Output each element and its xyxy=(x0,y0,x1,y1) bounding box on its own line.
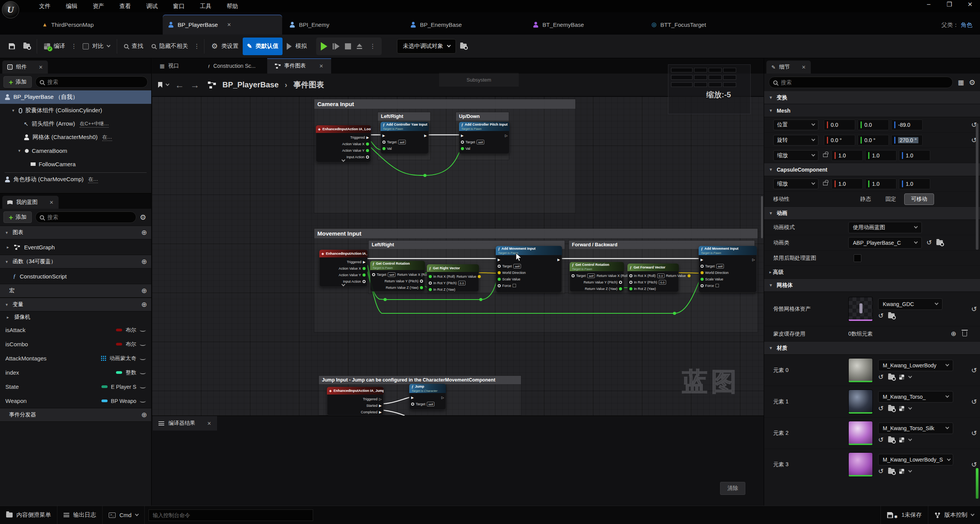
diff-button[interactable]: 对比 xyxy=(78,38,114,55)
lock-icon[interactable] xyxy=(823,154,828,157)
trash-icon[interactable] xyxy=(962,331,967,336)
variable-state[interactable]: State E Player S xyxy=(0,380,151,394)
close-button[interactable]: ✕ xyxy=(966,1,974,8)
close-tab-icon[interactable]: ✕ xyxy=(227,22,231,28)
use-selected-icon[interactable]: ↺ xyxy=(878,312,884,320)
target-pin[interactable] xyxy=(572,274,575,277)
material-thumbnail[interactable] xyxy=(848,421,873,445)
scale-y-field[interactable]: 1.0 xyxy=(865,150,897,161)
browse-icon[interactable] xyxy=(888,469,895,474)
blueprint-settings-gear-icon[interactable]: ⚙ xyxy=(140,214,146,221)
cmd-dropdown[interactable]: >_ Cmd xyxy=(103,506,145,524)
exec-pin[interactable] xyxy=(363,260,366,264)
exec-pin[interactable] xyxy=(366,136,369,139)
use-selected-icon[interactable]: ↺ xyxy=(878,404,884,413)
collapse-icon[interactable] xyxy=(342,283,345,287)
val-pin[interactable] xyxy=(461,147,464,150)
eject-icon[interactable] xyxy=(356,44,363,49)
exec-in-pin[interactable] xyxy=(411,396,414,400)
variable-attackmontages[interactable]: AttackMontages 动画蒙太奇 xyxy=(0,351,151,365)
exec-out-pin[interactable] xyxy=(505,134,508,138)
skeletal-mesh-dropdown[interactable]: Kwang_GDC xyxy=(878,298,942,310)
checkbox[interactable] xyxy=(715,284,719,287)
capsule-scale-dropdown[interactable]: 缩放 xyxy=(773,178,818,189)
component-row-charmove[interactable]: 角色移动 (CharMoveComp)在… xyxy=(0,174,151,184)
object-pin[interactable] xyxy=(363,280,366,283)
target-pin[interactable] xyxy=(701,265,704,268)
location-dropdown[interactable]: 位置 xyxy=(773,120,818,130)
anim-mode-dropdown[interactable]: 使用动画蓝图 xyxy=(848,222,922,233)
target-pin[interactable] xyxy=(498,265,501,268)
add-element-icon[interactable]: ⊕ xyxy=(951,330,956,338)
eventgraph-item[interactable]: ▸ EventGraph xyxy=(0,239,151,255)
browse-icon[interactable] xyxy=(888,375,895,380)
forward-icon[interactable]: → xyxy=(190,80,199,90)
close-icon[interactable]: ✕ xyxy=(802,64,806,70)
add-macro-icon[interactable]: ⊕ xyxy=(141,287,147,295)
add-variable-icon[interactable]: ⊕ xyxy=(141,300,147,309)
browse-icon[interactable] xyxy=(888,313,895,318)
location-y-field[interactable]: 0.0 xyxy=(858,120,889,130)
section-mesh-category[interactable]: ▾网格体 xyxy=(764,279,980,292)
exec-in-pin[interactable] xyxy=(498,258,500,262)
section-capsule[interactable]: ▾CapsuleComponent xyxy=(764,163,980,176)
node-add-controller-pitch[interactable]: ƒAdd Controller Pitch InputTarget is Paw… xyxy=(459,122,510,154)
target-pin[interactable] xyxy=(461,141,464,144)
rotation-y-field[interactable]: 0.0 ° xyxy=(858,135,889,146)
exec-pin[interactable] xyxy=(379,410,382,414)
reset-icon[interactable]: ↺ xyxy=(971,366,977,375)
component-row-capsule[interactable]: ▾ 胶囊体组件 (CollisionCylinder) xyxy=(0,104,151,117)
hide-unrelated-options-icon[interactable]: ⋮ xyxy=(192,43,201,50)
details-scrollbar[interactable] xyxy=(976,123,978,250)
reset-icon[interactable]: ↺ xyxy=(971,460,977,469)
graph-scrollbar[interactable] xyxy=(761,196,763,238)
float-in-pin[interactable] xyxy=(629,287,632,290)
debug-object-dropdown[interactable]: 未选中调试对象 xyxy=(397,39,456,54)
component-row-arrow[interactable]: ↖ 箭头组件 (Arrow)在C++中继… xyxy=(0,117,151,131)
exec-out-pin[interactable] xyxy=(752,258,755,262)
my-blueprint-search-input[interactable] xyxy=(47,214,132,220)
node-get-control-rotation-2[interactable]: ƒGet Control RotationTarget is Pawn Targ… xyxy=(570,262,624,292)
bool-in-pin[interactable] xyxy=(498,284,501,287)
exec-out-pin[interactable] xyxy=(441,396,444,400)
exec-in-pin[interactable] xyxy=(701,258,703,262)
close-icon[interactable]: ✕ xyxy=(207,421,211,426)
details-search-input[interactable] xyxy=(781,79,948,85)
tab-viewport[interactable]: ▦视口 xyxy=(152,58,186,74)
float-in-pin[interactable] xyxy=(429,275,432,278)
components-tab[interactable]: C 组件 ✕ xyxy=(2,61,48,74)
reset-icon[interactable]: ↺ xyxy=(971,429,977,437)
target-pin[interactable] xyxy=(382,141,385,144)
play-options-icon[interactable]: ⋮ xyxy=(368,43,377,50)
eye-closed-icon[interactable] xyxy=(140,385,146,388)
float-in-pin[interactable] xyxy=(429,282,432,285)
menu-edit[interactable]: 编辑 xyxy=(58,3,85,10)
checker-icon[interactable] xyxy=(899,406,904,411)
menu-debug[interactable]: 调试 xyxy=(139,3,165,10)
use-selected-icon[interactable]: ↺ xyxy=(878,467,884,475)
component-row-mesh[interactable]: 网格体 (CharacterMesh0)在… xyxy=(0,131,151,144)
node-jump[interactable]: ƒJumpTarget is Character Targetself xyxy=(409,384,446,410)
menu-asset[interactable]: 资产 xyxy=(85,3,112,10)
event-graph-canvas[interactable]: Camera Input Left/Right Up/Down Movement… xyxy=(152,97,764,416)
material-dropdown[interactable]: M_Kwang_Torso_ xyxy=(878,391,953,403)
float-out-pin[interactable] xyxy=(420,280,423,283)
back-icon[interactable]: ← xyxy=(175,80,184,90)
float-pin[interactable] xyxy=(366,142,369,146)
vector-in-pin[interactable] xyxy=(701,271,704,274)
vector-out-pin[interactable] xyxy=(478,275,481,278)
vector-out-pin[interactable] xyxy=(688,274,691,277)
material-thumbnail[interactable] xyxy=(848,390,873,414)
tab-bt-enemybase[interactable]: BT_EnemyBase xyxy=(528,15,589,34)
details-scrollbar-bottom[interactable] xyxy=(976,468,978,499)
mobility-stationary[interactable]: 固定 xyxy=(879,194,903,205)
node-get-right-vector[interactable]: ƒGet Right Vector In Rot X (Roll)Return … xyxy=(427,264,479,292)
compile-options-icon[interactable]: ⋮ xyxy=(69,43,78,50)
tab-btt-focustarget[interactable]: ◎ BTT_FocusTarget xyxy=(646,15,711,34)
node-add-movement-input-1[interactable]: ƒAdd Movement InputTarget is Pawn Target… xyxy=(496,246,562,293)
clear-button[interactable]: 清除 xyxy=(720,482,745,495)
section-macros[interactable]: 宏⊕ xyxy=(0,284,151,298)
node-ia-move[interactable]: ◆EnhancedInputAction IA_Move Triggered A… xyxy=(319,250,368,287)
debug-browse-button[interactable] xyxy=(456,38,471,55)
compiler-results-tab[interactable]: 编译器结果 ✕ xyxy=(153,416,217,431)
